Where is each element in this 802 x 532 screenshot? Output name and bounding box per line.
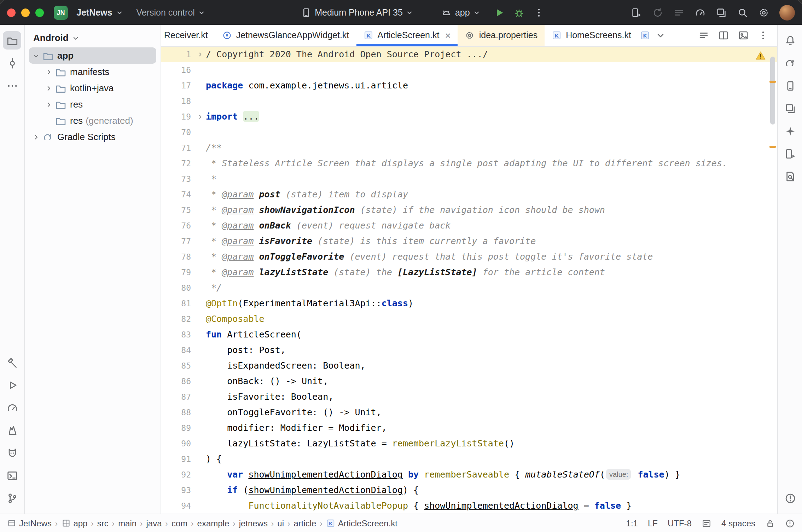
code-text[interactable]: ) {	[206, 451, 222, 467]
running-devices-icon[interactable]	[781, 144, 799, 163]
code-text[interactable]: FunctionalityNotAvailablePopup { showUni…	[206, 498, 632, 514]
find-tool-icon[interactable]	[781, 167, 799, 185]
code-text[interactable]: var showUnimplementedActionDialog by rem…	[206, 467, 680, 482]
tree-item-app[interactable]: app	[29, 47, 156, 64]
code-text[interactable]: package com.example.jetnews.ui.article	[206, 78, 408, 93]
code-text[interactable]: @Composable	[206, 311, 265, 327]
code-editor[interactable]: 1/ Copyright 2020 The Android Open Sourc…	[161, 47, 777, 514]
profiler-tool-icon[interactable]	[3, 398, 21, 417]
code-text[interactable]: onBack: () -> Unit,	[206, 374, 328, 389]
notifications-icon[interactable]	[781, 31, 799, 50]
code-text[interactable]: * @param onToggleFavorite (event) reques…	[206, 249, 653, 265]
code-text[interactable]: * @param isFavorite (state) is this item…	[206, 233, 536, 249]
search-everywhere-icon[interactable]	[737, 7, 748, 18]
logcat-tool-icon[interactable]	[3, 444, 21, 462]
code-text[interactable]: *	[206, 171, 216, 187]
code-text[interactable]: @OptIn(ExperimentalMaterial3Api::class)	[206, 296, 413, 311]
project-switcher[interactable]: JetNews	[72, 4, 128, 21]
write-access-icon[interactable]	[765, 518, 775, 528]
breadcrumb-item-com[interactable]: com	[172, 518, 187, 528]
tree-item-res-generated[interactable]: res(generated)	[29, 112, 156, 129]
code-text[interactable]: * Stateless Article Screen that displays…	[206, 156, 727, 171]
breadcrumb-item-ui[interactable]: ui	[277, 518, 284, 528]
tree-item-gradle-scripts[interactable]: Gradle Scripts	[29, 129, 156, 145]
fold-indicator[interactable]	[194, 47, 206, 62]
code-text[interactable]: fun ArticleScreen(	[206, 327, 302, 342]
device-selector[interactable]: Medium Phone API 35	[296, 4, 418, 21]
caret-position[interactable]: 1:1	[626, 518, 638, 528]
profiler-icon[interactable]	[695, 7, 706, 18]
zoom-window-button[interactable]	[35, 8, 44, 17]
project-view-selector[interactable]: Android	[33, 33, 69, 43]
tab-articlescreen-kt[interactable]: KArticleScreen.kt×	[356, 25, 458, 46]
app-insights-tool-icon[interactable]	[3, 421, 21, 439]
run-button[interactable]	[494, 7, 505, 18]
line-separator[interactable]: LF	[648, 518, 658, 528]
todo-icon[interactable]	[673, 7, 685, 18]
code-text[interactable]: onToggleFavorite: () -> Unit,	[206, 405, 382, 420]
file-encoding[interactable]: UTF-8	[668, 518, 692, 528]
device-manager-icon[interactable]	[781, 76, 799, 95]
editor-scrollbar[interactable]	[770, 57, 775, 125]
commit-tool-icon[interactable]	[3, 54, 21, 72]
tab-idea-properties[interactable]: idea.properties	[458, 25, 545, 46]
code-text[interactable]: isFavorite: Boolean,	[206, 389, 333, 405]
tab-jetnewsglanceappwidget-kt[interactable]: JetnewsGlanceAppWidget.kt	[215, 25, 356, 46]
problems-icon[interactable]	[781, 489, 799, 507]
breadcrumb-item-example[interactable]: example	[197, 518, 229, 528]
sync-project-icon[interactable]	[652, 7, 663, 18]
code-text[interactable]: / Copyright 2020 The Android Open Source…	[206, 47, 488, 62]
settings-icon[interactable]	[758, 7, 769, 18]
build-variants-icon[interactable]	[781, 99, 799, 117]
more-tool-windows-icon[interactable]	[3, 76, 21, 95]
run-tool-icon[interactable]	[3, 376, 21, 394]
code-text[interactable]: * @param onBack (event) request navigate…	[206, 218, 451, 233]
code-text[interactable]: * @param lazyListState (state) the [Lazy…	[206, 265, 605, 280]
build-analyzer-icon[interactable]	[716, 7, 727, 18]
terminal-tool-icon[interactable]	[3, 466, 21, 485]
inspection-warning-icon[interactable]	[755, 50, 766, 61]
hidden-tabs-icon[interactable]	[655, 30, 667, 41]
close-window-button[interactable]	[7, 8, 16, 17]
chevron-right-icon[interactable]	[43, 84, 54, 92]
code-text[interactable]: modifier: Modifier = Modifier,	[206, 420, 387, 436]
tree-item-manifests[interactable]: manifests	[29, 64, 156, 80]
warning-stripe-mark[interactable]	[769, 146, 776, 148]
chevron-right-icon[interactable]	[30, 133, 42, 141]
tab-overflow[interactable]: K	[638, 25, 652, 46]
avatar[interactable]	[779, 5, 795, 20]
chevron-right-icon[interactable]	[43, 68, 54, 76]
indent-style[interactable]: 4 spaces	[721, 518, 755, 528]
breadcrumb-item-articlescreen-kt[interactable]: KArticleScreen.kt	[326, 518, 397, 528]
split-view-icon[interactable]	[718, 30, 729, 41]
chevron-down-icon[interactable]	[30, 51, 42, 60]
minimize-window-button[interactable]	[21, 8, 30, 17]
tree-item-kotlin-java[interactable]: kotlin+java	[29, 80, 156, 96]
code-text[interactable]: */	[206, 280, 222, 296]
vcs-widget[interactable]: Version control	[132, 4, 210, 21]
code-text[interactable]: /**	[206, 140, 222, 156]
debug-button[interactable]	[514, 7, 525, 18]
running-devices-icon[interactable]	[631, 7, 642, 18]
run-config-selector[interactable]: app	[437, 4, 486, 21]
breadcrumb-item-java[interactable]: java	[146, 518, 162, 528]
breadcrumb-item-article[interactable]: article	[294, 518, 316, 528]
reader-mode-icon[interactable]	[702, 518, 711, 528]
breadcrumb-item-jetnews[interactable]: jetnews	[239, 518, 268, 528]
code-text[interactable]: * @param post (state) item to display	[206, 187, 408, 202]
version-control-tool-icon[interactable]	[3, 489, 21, 507]
gradle-icon[interactable]	[781, 54, 799, 72]
design-view-icon[interactable]	[738, 30, 749, 41]
code-view-icon[interactable]	[698, 30, 709, 41]
warning-stripe-mark[interactable]	[769, 81, 776, 83]
code-text[interactable]: * @param showNavigationIcon (state) if t…	[206, 202, 605, 218]
breadcrumb-item-main[interactable]: main	[118, 518, 136, 528]
tab-close-icon[interactable]: ×	[445, 30, 451, 40]
tab-homescreens-kt[interactable]: KHomeScreens.kt	[545, 25, 638, 46]
gemini-icon[interactable]	[781, 122, 799, 140]
fold-indicator[interactable]	[194, 109, 206, 125]
code-text[interactable]: isExpandedScreen: Boolean,	[206, 358, 366, 374]
code-text[interactable]: lazyListState: LazyListState = rememberL…	[206, 436, 515, 451]
code-text[interactable]: import ...	[206, 109, 259, 125]
breadcrumb-item-jetnews[interactable]: JetNews	[7, 518, 52, 528]
